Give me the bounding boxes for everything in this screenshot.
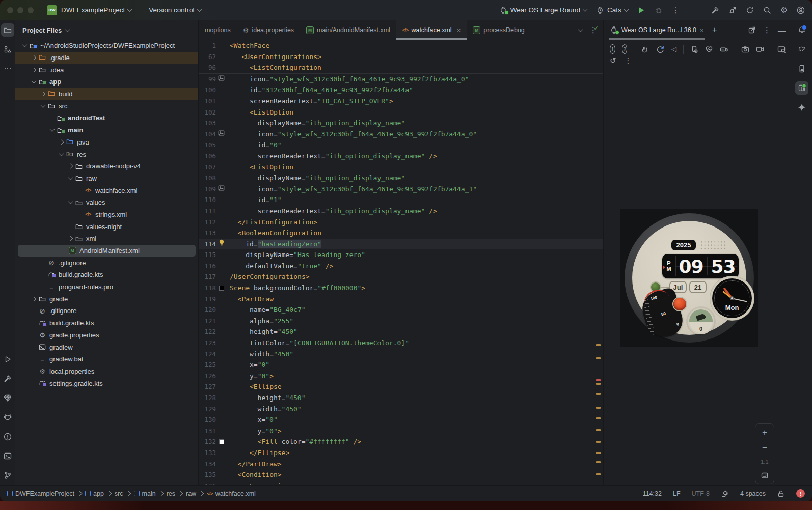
code-line-125[interactable]: 125x="0": [199, 359, 603, 371]
code-line-109[interactable]: 109icon="style_wfs_312c30bf_f64a_461e_9c…: [199, 184, 603, 195]
tree-item-drawable-nodpi-v4[interactable]: drawable-nodpi-v4: [15, 160, 198, 173]
code-line-120[interactable]: 120name="BG_40c7": [199, 304, 603, 316]
tab-main-androidmanifest-xml[interactable]: Mmain/AndroidManifest.xml: [300, 20, 396, 40]
tool-running-devices[interactable]: [795, 81, 808, 95]
tool-device-manager[interactable]: [795, 62, 808, 75]
code-line-136[interactable]: 136<Expressions>: [199, 480, 603, 485]
tree-item-src[interactable]: src: [15, 100, 198, 112]
chevron-expanded-icon[interactable]: [30, 80, 38, 83]
code-line-135[interactable]: 135<Condition>: [199, 469, 603, 480]
code-line-130[interactable]: 130x="0": [199, 414, 603, 426]
tool-build[interactable]: [1, 372, 14, 385]
tree-item-main[interactable]: main: [15, 124, 198, 136]
profiler-button[interactable]: [728, 6, 737, 14]
breadcrumb-item[interactable]: main: [134, 490, 156, 497]
tab-processdebug[interactable]: MprocessDebug: [467, 20, 531, 40]
reset-icon[interactable]: ↺: [610, 56, 616, 65]
tree-item-local-properties[interactable]: ⚙local.properties: [15, 365, 198, 378]
tool-app-quality-insights[interactable]: [1, 391, 14, 405]
warning-stripe-mark[interactable]: [596, 344, 601, 346]
version-control-menu[interactable]: Version control: [149, 6, 201, 14]
code-line-101[interactable]: 101screenReaderText="ID_CAT_STEP_OVER">: [199, 96, 603, 107]
code-line-114[interactable]: 114id="hasLeadingZero": [199, 239, 603, 250]
code-line-102[interactable]: 102<ListOption: [199, 107, 603, 118]
warning-stripe-mark[interactable]: [596, 417, 601, 419]
code-line-133[interactable]: 133</Ellipse>: [199, 447, 603, 459]
search-everywhere-button[interactable]: [763, 6, 771, 14]
close-device-tab-button[interactable]: ×: [700, 26, 704, 34]
chevron-expanded-icon[interactable]: [66, 177, 74, 180]
code-line-110[interactable]: 110id="1": [199, 194, 603, 206]
code-line-104[interactable]: 104icon="style_wfs_312c30bf_f64a_461e_9c…: [199, 129, 603, 140]
back-icon[interactable]: ◁: [671, 45, 676, 53]
tree-item--gitignore[interactable]: ⊘.gitignore: [15, 257, 198, 269]
stamp-icon[interactable]: [721, 490, 729, 498]
chevron-collapsed-icon[interactable]: [30, 297, 38, 301]
warning-stripe-mark[interactable]: [596, 473, 601, 475]
open-in-window-icon[interactable]: [748, 26, 756, 34]
more-actions-button[interactable]: ⋮: [672, 6, 680, 15]
device-more-options-button[interactable]: ⋮: [763, 25, 771, 35]
image-resource-icon[interactable]: [218, 74, 225, 85]
code-line-96[interactable]: 96<ListConfiguration: [199, 62, 603, 73]
code-line-112[interactable]: 112</ListConfiguration>: [199, 217, 603, 228]
tree-item-res[interactable]: res: [15, 148, 198, 160]
close-tab-icon[interactable]: ×: [457, 26, 461, 34]
tree-item--gradle[interactable]: .gradle: [15, 52, 198, 64]
tool-logcat[interactable]: [1, 411, 14, 424]
code-line-106[interactable]: 106screenReaderText="ith_option_display_…: [199, 151, 603, 162]
warning-stripe-mark[interactable]: [596, 452, 601, 454]
breadcrumb-item[interactable]: res: [167, 490, 175, 497]
breadcrumb-item[interactable]: app: [85, 490, 104, 497]
code-line-132[interactable]: 132<Fill color="#ffffffff" />: [199, 436, 603, 447]
code-line-128[interactable]: 128height="450": [199, 392, 603, 404]
error-stripe-mark[interactable]: [596, 379, 601, 381]
warning-stripe-mark[interactable]: [596, 441, 601, 443]
code-line-108[interactable]: 108displayName="ith_option_display_name": [199, 173, 603, 184]
gradle-sync-button[interactable]: [746, 6, 754, 14]
warning-stripe-mark[interactable]: [596, 429, 601, 431]
code-line-134[interactable]: 134</PartDraw>: [199, 459, 603, 470]
tool-project[interactable]: [1, 23, 14, 37]
indent-setting[interactable]: 4 spaces: [740, 490, 766, 497]
tree-item-build[interactable]: build: [15, 88, 198, 100]
tree-item-build-gradle-kts[interactable]: build.gradle.kts: [15, 317, 198, 329]
code-line-113[interactable]: 113<BooleanConfiguration: [199, 228, 603, 239]
code-line-103[interactable]: 103displayName="ith_option_display_name": [199, 118, 603, 129]
tree-item-androidmanifest-xml[interactable]: MAndroidManifest.xml: [18, 245, 196, 257]
tree-item--gitignore[interactable]: ⊘.gitignore: [15, 305, 198, 317]
tab-watchface-xml[interactable]: </>watchface.xml×: [396, 20, 467, 40]
tree-item-strings-xml[interactable]: </>strings.xml: [15, 209, 198, 221]
project-view-selector[interactable]: Project Files: [22, 26, 62, 34]
code-line-117[interactable]: 117/UserConfigurations>: [199, 271, 603, 282]
code-line-115[interactable]: 115displayName="Has leading zero": [199, 249, 603, 261]
emulator-display[interactable]: 2025 P M 09 53: [620, 209, 758, 347]
add-device-tab-button[interactable]: +: [712, 25, 717, 35]
input-icon[interactable]: [720, 45, 728, 53]
code-editor[interactable]: 99icon="style_wfs_312c30bf_f64a_461e_9c9…: [199, 74, 603, 485]
account-button[interactable]: [797, 6, 805, 14]
zoom-reset-button[interactable]: 1:1: [761, 459, 768, 465]
maximize-window-button[interactable]: [28, 7, 34, 13]
hardware-button-2[interactable]: 2: [622, 44, 628, 54]
code-line-123[interactable]: 123tintColor="[CONFIGURATION.themeColor.…: [199, 337, 603, 349]
image-resource-icon[interactable]: [218, 184, 225, 195]
breadcrumb-item[interactable]: </>watchface.xml: [207, 490, 256, 497]
tree-item-gradle[interactable]: gradle: [15, 293, 198, 305]
color-swatch-white[interactable]: [219, 439, 224, 444]
zoom-in-button[interactable]: +: [762, 428, 767, 437]
run-button[interactable]: [637, 6, 645, 14]
error-indicator[interactable]: !: [796, 489, 805, 498]
zoom-out-button[interactable]: −: [762, 443, 767, 452]
rotate-icon[interactable]: [656, 45, 665, 54]
breadcrumb-item[interactable]: src: [115, 490, 123, 497]
build-button[interactable]: [711, 6, 719, 14]
hide-panel-button[interactable]: —: [778, 26, 786, 35]
project-menu[interactable]: DWFExampleProject: [61, 6, 131, 14]
line-separator[interactable]: LF: [673, 490, 681, 497]
code-line-129[interactable]: 129width="450": [199, 404, 603, 415]
code-line-121[interactable]: 121alpha="255": [199, 316, 603, 327]
chevron-collapsed-icon[interactable]: [57, 140, 65, 144]
inspections-widget[interactable]: ✓: [593, 24, 599, 32]
tree-item--idea[interactable]: .idea: [15, 64, 198, 76]
